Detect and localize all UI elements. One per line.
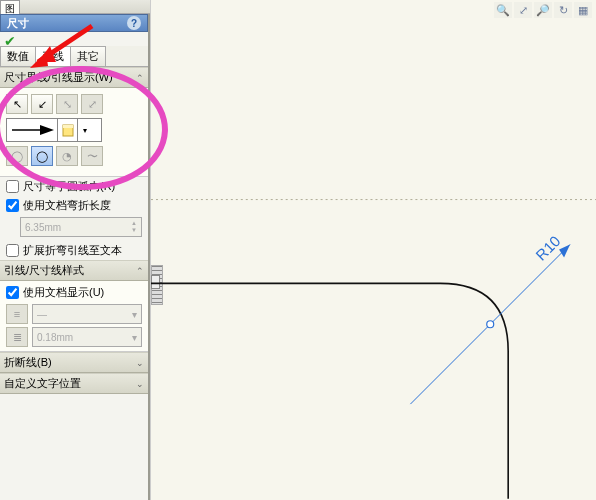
circle-tick-3-icon[interactable]: ◔ [56,146,78,166]
section-leader-display-label: 尺寸界线/引线显示(W) [4,70,113,85]
panel-tabs: 数值 引线 其它 [0,46,148,67]
line-style-field[interactable]: — ▾ [32,304,142,324]
confirm-check-icon[interactable]: ✔ [0,32,18,46]
arrowhead-note-icon[interactable] [57,119,77,141]
radius-dimension-text: R10 [532,232,563,263]
property-panel: 尺寸 ? ✔ 数值 引线 其它 尺寸界线/引线显示(W) ⌃ ↖ ↙ ⤡ ⤢ ▾… [0,14,150,500]
tab-value[interactable]: 数值 [0,46,36,66]
spinner-icon[interactable]: ▲▼ [131,220,137,234]
drawing-canvas: R10 [151,0,596,499]
bend-length-field[interactable]: 6.35mm ▲▼ [20,217,142,237]
help-icon[interactable]: ? [127,16,141,30]
arrowhead-combo[interactable]: ▾ [6,118,102,142]
leader-style-1-icon[interactable]: ↖ [6,94,28,114]
leader-style-4-icon[interactable]: ⤢ [81,94,103,114]
collapse-icon: ⌃ [136,73,144,83]
check-arc-label: 尺寸等于圆弧内(R) [23,179,115,194]
circle-tick-2-icon[interactable]: ◯ [31,146,53,166]
leader-style-group: 使用文档显示(U) ≡ — ▾ ≣ 0.18mm ▾ [0,281,148,352]
bend-length-value: 6.35mm [25,222,61,233]
drawing-viewport[interactable]: 🔍 ⤢ 🔎 ↻ ▦ R10 [150,0,596,500]
section-custom-text-label: 自定义文字位置 [4,376,81,391]
line-thickness-field[interactable]: 0.18mm ▾ [32,327,142,347]
section-custom-text-header[interactable]: 自定义文字位置 ⌄ [0,373,148,394]
line-thickness-value: 0.18mm [37,332,73,343]
check-arc[interactable] [6,180,19,193]
check-extend[interactable] [6,244,19,257]
check-doc-display-label: 使用文档显示(U) [23,285,104,300]
section-leader-style-header[interactable]: 引线/尺寸线样式 ⌃ [0,260,148,281]
panel-title: 尺寸 [7,16,29,31]
section-leader-display-header[interactable]: 尺寸界线/引线显示(W) ⌃ [0,67,148,88]
leader-style-2-icon[interactable]: ↙ [31,94,53,114]
collapse-icon: ⌃ [136,266,144,276]
check-doc-display[interactable] [6,286,19,299]
line-style-icon[interactable]: ≡ [6,304,28,324]
line-style-value: — [37,309,47,320]
check-extend-row: 扩展折弯引线至文本 [0,241,148,260]
expand-icon: ⌄ [136,379,144,389]
expand-icon: ⌄ [136,358,144,368]
arrowhead-dropdown-icon[interactable]: ▾ [77,119,91,141]
check-doc-length[interactable] [6,199,19,212]
app-tabstrip: 图 [0,0,150,14]
check-doc-length-row: 使用文档弯折长度 [0,196,148,215]
check-extend-label: 扩展折弯引线至文本 [23,243,122,258]
polyline-icon[interactable]: 〜 [81,146,103,166]
svg-rect-3 [63,125,73,128]
section-break-label: 折断线(B) [4,355,52,370]
section-leader-style-label: 引线/尺寸线样式 [4,263,84,278]
svg-marker-1 [40,125,54,135]
arrowhead-preview-icon [7,119,57,141]
section-break-header[interactable]: 折断线(B) ⌄ [0,352,148,373]
dropdown-icon: ▾ [132,332,137,343]
circle-tick-1-icon[interactable]: ◯ [6,146,28,166]
line-thickness-icon[interactable]: ≣ [6,327,28,347]
check-doc-length-label: 使用文档弯折长度 [23,198,111,213]
dropdown-icon: ▾ [132,309,137,320]
leader-style-3-icon[interactable]: ⤡ [56,94,78,114]
tab-leader[interactable]: 引线 [35,46,71,66]
check-arc-row: 尺寸等于圆弧内(R) [0,177,148,196]
panel-titlebar: 尺寸 ? [0,14,148,32]
tab-other[interactable]: 其它 [70,46,106,66]
svg-point-6 [487,321,494,328]
leader-display-options: ↖ ↙ ⤡ ⤢ ▾ ◯ ◯ ◔ 〜 [0,88,148,177]
